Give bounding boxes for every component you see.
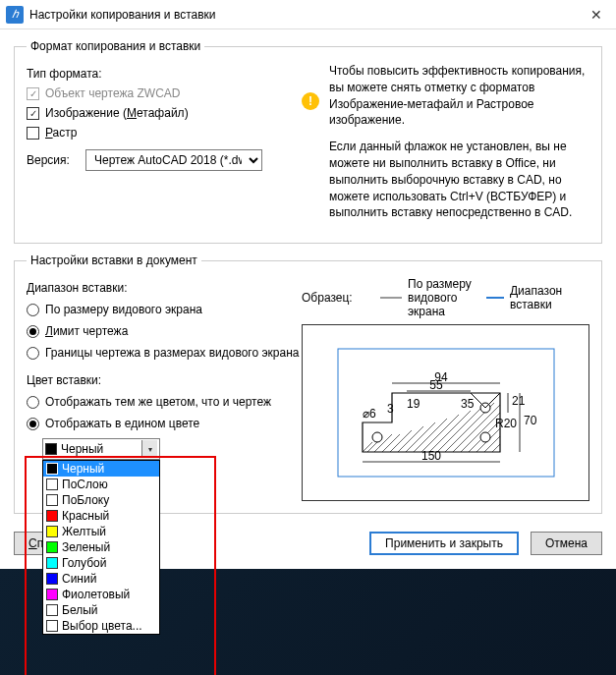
color-option-label: ПоБлоку xyxy=(62,493,109,507)
version-row: Версия: Чертеж AutoCAD 2018 (*.dwg) xyxy=(27,149,282,171)
color-option[interactable]: Желтый xyxy=(43,524,159,539)
color-dropdown[interactable]: ЧерныйПоСлоюПоБлокуКрасныйЖелтыйЗеленыйГ… xyxy=(42,460,160,635)
version-label: Версия: xyxy=(27,153,85,167)
drawing-preview: 94 55 19 3 35 21 70 150 R20 xyxy=(333,344,559,481)
radio-icon xyxy=(27,396,39,409)
checkbox-box-icon xyxy=(27,127,39,140)
svg-point-1 xyxy=(372,432,382,442)
radio-icon xyxy=(27,418,39,430)
line-icon xyxy=(486,297,504,299)
radio-drawing-limit[interactable]: Лимит чертежа xyxy=(27,324,302,338)
color-swatch-icon xyxy=(46,620,58,632)
chevron-down-icon: ▾ xyxy=(141,440,157,458)
preview-box: 94 55 19 3 35 21 70 150 R20 xyxy=(302,324,589,501)
color-option-label: Желтый xyxy=(62,525,106,538)
svg-text:35: 35 xyxy=(461,397,475,411)
color-swatch-icon xyxy=(46,526,58,537)
window-title: Настройки копирования и вставки xyxy=(29,8,577,22)
sample-label: Образец: xyxy=(302,291,380,305)
color-swatch-icon xyxy=(46,541,58,553)
color-swatch-icon xyxy=(46,478,58,490)
radio-icon xyxy=(27,304,39,316)
color-option[interactable]: Красный xyxy=(43,508,159,524)
color-option[interactable]: Выбор цвета... xyxy=(43,618,159,634)
color-option-label: Черный xyxy=(62,462,104,476)
color-swatch-icon xyxy=(46,573,58,585)
radio-icon xyxy=(27,325,39,338)
close-icon[interactable]: ✕ xyxy=(577,0,616,29)
apply-close-button[interactable]: Применить и закрыть xyxy=(369,532,519,555)
svg-text:150: 150 xyxy=(420,449,440,463)
color-option[interactable]: ПоСлою xyxy=(43,477,159,492)
warning-icon: ! xyxy=(302,92,319,110)
color-combo[interactable]: Черный ▾ xyxy=(42,438,160,460)
color-option[interactable]: Зеленый xyxy=(43,539,159,555)
svg-text:21: 21 xyxy=(512,394,526,408)
checkbox-image-label: Изображение (Метафайл) xyxy=(45,106,189,120)
format-group: Формат копирования и вставки Тип формата… xyxy=(14,39,602,244)
color-swatch-icon xyxy=(46,589,58,600)
color-option-label: Зеленый xyxy=(62,540,110,554)
checkbox-image[interactable]: ✓ Изображение (Метафайл) xyxy=(27,106,282,120)
info-text-2: Если данный флажок не установлен, вы не … xyxy=(329,139,589,221)
color-swatch-icon xyxy=(46,557,58,569)
app-icon: ℎ xyxy=(6,6,24,24)
insert-legend: Настройки вставки в документ xyxy=(27,253,201,267)
cancel-button[interactable]: Отмена xyxy=(531,532,602,555)
preview-header: Образец: По размеру видового экрана Диап… xyxy=(302,277,589,318)
svg-point-3 xyxy=(480,432,490,442)
info-text-1: Чтобы повысить эффективность копирования… xyxy=(329,63,589,129)
svg-text:R20: R20 xyxy=(495,417,517,430)
radio-single-color[interactable]: Отображать в едином цвете xyxy=(27,417,302,430)
insert-group: Настройки вставки в документ Диапазон вс… xyxy=(14,253,602,514)
color-option-label: ПоСлою xyxy=(62,478,108,491)
version-select[interactable]: Чертеж AutoCAD 2018 (*.dwg) xyxy=(85,149,262,171)
color-combo-wrap: Черный ▾ ЧерныйПоСлоюПоБлокуКрасныйЖелты… xyxy=(42,438,160,460)
legend-viewport: По размеру видового экрана xyxy=(380,277,486,318)
color-option-label: Голубой xyxy=(62,556,107,570)
color-option-label: Синий xyxy=(62,572,96,586)
color-option-label: Выбор цвета... xyxy=(62,619,142,633)
color-option-label: Фиолетовый xyxy=(62,588,130,601)
radio-same-color[interactable]: Отображать тем же цветом, что и чертеж xyxy=(27,395,302,409)
info-panel: ! Чтобы повысить эффективность копирован… xyxy=(302,63,589,231)
color-option[interactable]: Голубой xyxy=(43,555,159,571)
svg-text:3: 3 xyxy=(387,402,394,416)
color-label: Цвет вставки: xyxy=(27,373,302,387)
svg-text:70: 70 xyxy=(524,414,537,427)
format-legend: Формат копирования и вставки xyxy=(27,39,204,53)
radio-viewport-label: По размеру видового экрана xyxy=(45,303,202,316)
info-text: Чтобы повысить эффективность копирования… xyxy=(329,63,589,231)
color-option-label: Красный xyxy=(62,509,109,523)
titlebar: ℎ Настройки копирования и вставки ✕ xyxy=(0,0,616,29)
color-option[interactable]: Фиолетовый xyxy=(43,587,159,602)
checkbox-raster[interactable]: Растр xyxy=(27,126,282,140)
legend-range: Диапазон вставки xyxy=(486,284,589,311)
color-swatch-icon xyxy=(46,463,58,475)
radio-same-color-label: Отображать тем же цветом, что и чертеж xyxy=(45,395,271,409)
color-swatch-icon xyxy=(46,604,58,616)
color-option[interactable]: Белый xyxy=(43,602,159,618)
checkbox-raster-label: Растр xyxy=(45,126,77,140)
radio-single-color-label: Отображать в едином цвете xyxy=(45,417,199,430)
color-combo-text: Черный xyxy=(61,442,141,456)
svg-text:19: 19 xyxy=(407,397,420,411)
color-swatch-icon xyxy=(46,510,58,522)
color-option[interactable]: ПоБлоку xyxy=(43,492,159,508)
color-swatch-icon xyxy=(46,494,58,506)
color-option[interactable]: Синий xyxy=(43,571,159,587)
range-label: Диапазон вставки: xyxy=(27,281,302,295)
checkbox-zwcad: ✓ Объект чертежа ZWCAD xyxy=(27,86,282,100)
checkbox-box-icon: ✓ xyxy=(27,87,39,100)
color-swatch-icon xyxy=(45,443,57,455)
dialog-content: Формат копирования и вставки Тип формата… xyxy=(0,29,616,569)
svg-text:55: 55 xyxy=(429,378,443,392)
dialog-window: ℎ Настройки копирования и вставки ✕ Форм… xyxy=(0,0,616,569)
radio-viewport-size[interactable]: По размеру видового экрана xyxy=(27,303,302,316)
radio-drawing-bounds[interactable]: Границы чертежа в размерах видового экра… xyxy=(27,346,302,360)
radio-drawing-limit-label: Лимит чертежа xyxy=(45,324,128,338)
svg-text:⌀6: ⌀6 xyxy=(363,407,376,421)
radio-drawing-bounds-label: Границы чертежа в размерах видового экра… xyxy=(45,346,299,360)
color-option[interactable]: Черный xyxy=(43,461,159,477)
color-option-label: Белый xyxy=(62,603,97,617)
